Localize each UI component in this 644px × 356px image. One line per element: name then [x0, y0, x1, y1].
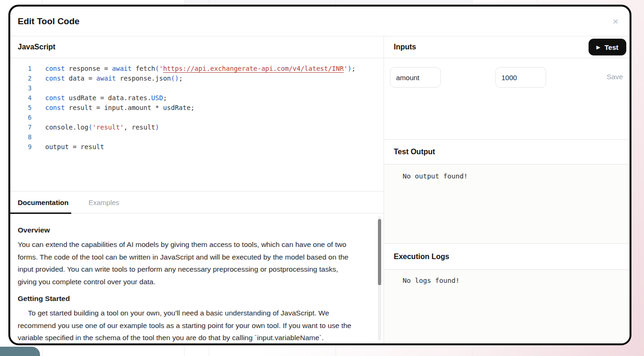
- save-button[interactable]: Save: [607, 73, 623, 81]
- execution-logs-area: No logs found!: [384, 270, 630, 343]
- play-icon: ▶: [596, 44, 600, 50]
- doc-section-heading: Overview: [18, 226, 358, 235]
- inputs-heading: Inputs: [394, 43, 416, 51]
- test-button[interactable]: ▶ Test: [589, 39, 626, 55]
- line-number: 1: [10, 64, 32, 74]
- line-number: 4: [10, 93, 32, 103]
- doc-tab-bar: Documentation Examples: [10, 191, 384, 213]
- tab-examples[interactable]: Examples: [89, 192, 119, 213]
- code-line: 1const response = await fetch('https://a…: [10, 64, 384, 74]
- line-number: 9: [10, 142, 32, 152]
- code-editor[interactable]: 1const response = await fetch('https://a…: [10, 58, 384, 191]
- line-number: 7: [10, 123, 32, 132]
- code-panel: JavaScript 1const response = await fetch…: [10, 36, 384, 343]
- inputs-header: Inputs ▶ Test: [384, 36, 630, 58]
- code-line: 6: [10, 113, 384, 123]
- test-button-label: Test: [604, 43, 618, 51]
- tab-documentation[interactable]: Documentation: [10, 192, 71, 213]
- test-output-area: No output found!: [384, 164, 630, 244]
- line-number: 5: [10, 103, 32, 113]
- doc-scrollbar-thumb[interactable]: [378, 219, 381, 285]
- line-number: 3: [10, 83, 32, 93]
- code-line: 3: [10, 83, 384, 93]
- input-value-field[interactable]: [495, 67, 546, 88]
- code-line: 2const data = await response.json();: [10, 74, 384, 83]
- execution-logs-heading: Execution Logs: [394, 253, 449, 261]
- test-output-empty-message: No output found!: [403, 172, 468, 180]
- input-name-field[interactable]: [390, 67, 441, 88]
- test-output-header: Test Output: [384, 140, 630, 164]
- code-line: 4const usdRate = data.rates.USD;: [10, 93, 384, 103]
- code-line: 7console.log('result', result): [10, 123, 384, 132]
- doc-section-heading: Getting Started: [18, 294, 358, 303]
- documentation-panel: Overview You can extend the capabilities…: [10, 213, 384, 343]
- inputs-body: Save: [384, 58, 630, 140]
- code-line: 9output = result: [10, 142, 384, 152]
- modal-body: JavaScript 1const response = await fetch…: [10, 36, 630, 343]
- code-rows: 1const response = await fetch('https://a…: [10, 64, 384, 152]
- modal-title: Edit Tool Code: [18, 16, 80, 27]
- code-line: 5const result = input.amount * usdRate;: [10, 103, 384, 113]
- test-output-heading: Test Output: [394, 148, 435, 156]
- modal-header: Edit Tool Code ×: [10, 7, 630, 36]
- line-number: 2: [10, 74, 32, 83]
- code-line: 8: [10, 132, 384, 142]
- line-number: 8: [10, 132, 32, 142]
- test-panel: Inputs ▶ Test Save Test Output No output…: [384, 36, 630, 343]
- close-icon[interactable]: ×: [613, 16, 618, 26]
- execution-logs-empty-message: No logs found!: [403, 277, 459, 284]
- doc-paragraph: To get started building a tool on your o…: [18, 307, 358, 343]
- teal-corner-shape: [0, 347, 40, 356]
- language-label: JavaScript: [10, 36, 384, 58]
- line-number: 6: [10, 113, 32, 123]
- edit-tool-code-modal: Edit Tool Code × JavaScript 1const respo…: [8, 5, 631, 345]
- doc-paragraph: You can extend the capabilities of AI mo…: [18, 239, 358, 288]
- execution-logs-header: Execution Logs: [384, 244, 630, 270]
